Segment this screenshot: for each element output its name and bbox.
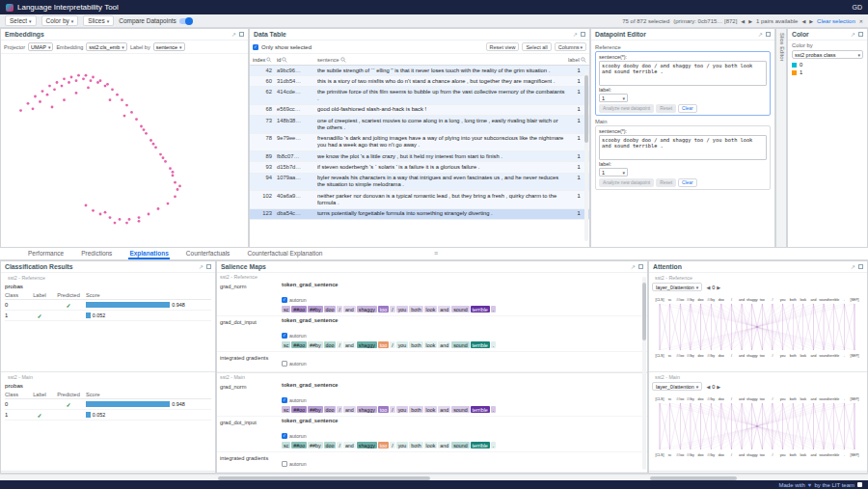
prev-head-icon[interactable]: ◀ — [706, 384, 710, 390]
reset-button[interactable]: Reset — [656, 104, 676, 113]
attention-layer-select[interactable]: layer_0/attention▾ — [652, 382, 702, 391]
popout-icon[interactable]: ↗ — [199, 263, 203, 270]
color-by-menu[interactable]: Color by▾ — [41, 15, 79, 26]
table-row[interactable]: 94 1079aa… byler reveals his characters … — [250, 174, 589, 191]
next-head-icon[interactable]: ▶ — [717, 384, 720, 390]
horizontal-scrollbar[interactable] — [0, 474, 868, 480]
table-row[interactable]: 78 9e79ee… fresnadillo 's dark and jolti… — [250, 134, 589, 151]
column-header-index[interactable]: index — [250, 55, 275, 64]
salience-token: sound — [451, 442, 469, 448]
attention-visualization[interactable]: [CLS][CLS]scsc##oo##oo##by##bydoodoo##by… — [652, 393, 862, 462]
tab-performance[interactable]: Performance — [27, 248, 65, 259]
column-header-id[interactable]: id — [275, 55, 315, 64]
scrollbar-thumb[interactable] — [218, 476, 430, 480]
analyze-new-datapoint-button[interactable]: Analyze new datapoint — [599, 178, 654, 187]
maximize-icon[interactable] — [206, 264, 211, 269]
tab-counterfactuals[interactable]: Counterfactuals — [185, 248, 231, 259]
tab-explanations[interactable]: Explanations — [128, 248, 169, 259]
tab-predictions[interactable]: Predictions — [80, 248, 113, 259]
table-row[interactable]: 89 fb8c07… we know the plot 's a little … — [250, 151, 589, 162]
select-all-button[interactable]: Select all — [522, 42, 551, 51]
drag-handle-icon[interactable]: ≡ — [434, 250, 438, 257]
table-row[interactable]: 42 a9bc96… the subtle strength of `` ell… — [250, 66, 589, 76]
slices-menu[interactable]: Slices▾ — [83, 15, 114, 26]
scrollbar-thumb[interactable] — [584, 75, 588, 143]
next-datapoint-icon[interactable]: ▶ — [748, 18, 752, 24]
next-pair-icon[interactable]: ▶ — [809, 18, 813, 24]
salience-token: too — [378, 442, 389, 448]
prev-pair-icon[interactable]: ◀ — [801, 18, 805, 24]
classification-section: sst2 - Main probas ClassLabelPredictedSc… — [1, 372, 215, 472]
analyze-new-datapoint-button[interactable]: Analyze new datapoint — [599, 104, 654, 113]
search-icon[interactable] — [266, 57, 272, 63]
table-row[interactable]: 123 dba54c… turns potentially forgettabl… — [250, 209, 589, 220]
popout-icon[interactable]: ↗ — [631, 263, 636, 270]
embedding-select[interactable]: sst2:cls_emb▾ — [86, 42, 127, 51]
probas-field-label: probas — [5, 283, 211, 289]
attention-layer-select[interactable]: layer_0/attention▾ — [652, 283, 702, 291]
clear-button[interactable]: Clear — [678, 104, 697, 113]
maximize-icon[interactable] — [858, 264, 863, 269]
tab-counterfactual-explanation[interactable]: Counterfactual Explanation — [246, 248, 323, 259]
select-menu[interactable]: Select▾ — [5, 15, 37, 26]
table-row[interactable]: 68 e569cc… good old-fashioned slash-and-… — [250, 105, 589, 116]
scrollbar-thumb[interactable] — [650, 476, 737, 480]
color-by-select[interactable]: sst2 probas class▾ — [792, 50, 863, 59]
table-row[interactable]: 93 d15b7d… if steven soderbergh 's ` sol… — [250, 162, 589, 173]
maximize-icon[interactable] — [766, 32, 771, 37]
svg-text:terrible: terrible — [828, 298, 839, 302]
autorun-checkbox[interactable]: ✓autorun — [282, 433, 307, 439]
autorun-checkbox[interactable]: ✓autorun — [282, 297, 307, 303]
maximize-icon[interactable] — [858, 32, 863, 37]
attention-head-index: 0 — [712, 285, 715, 290]
maximize-icon[interactable] — [638, 264, 643, 269]
salience-token: and — [343, 306, 356, 312]
autorun-checkbox[interactable]: autorun — [282, 461, 307, 467]
table-row[interactable]: 102 40a6a9… neither parker nor donovan i… — [250, 191, 589, 208]
user-avatar[interactable]: GD — [853, 4, 863, 11]
table-scrollbar[interactable] — [584, 69, 588, 241]
prev-head-icon[interactable]: ◀ — [706, 285, 710, 290]
autorun-checkbox[interactable]: autorun — [282, 361, 307, 367]
table-row[interactable]: 60 31db54… this is a story of two misfit… — [250, 76, 589, 87]
slice-editor-tab[interactable]: Slice Editor — [775, 28, 787, 248]
autorun-checkbox[interactable]: ✓autorun — [282, 333, 307, 339]
column-header-label[interactable]: label — [568, 55, 589, 64]
table-row[interactable]: 73 148b38… one of creepiest , scariest m… — [250, 116, 589, 133]
label-select[interactable]: 1▾ — [599, 94, 628, 102]
only-show-selected-label: Only show selected — [261, 44, 312, 50]
compare-datapoints-toggle[interactable] — [179, 18, 192, 24]
prev-datapoint-icon[interactable]: ◀ — [741, 18, 745, 24]
search-icon[interactable] — [581, 57, 586, 63]
embedding-scatterplot[interactable] — [2, 54, 247, 241]
column-header-sentence[interactable]: sentence — [315, 55, 568, 64]
scrollbar-thumb[interactable] — [642, 283, 646, 340]
chevron-down-icon: ▾ — [122, 44, 124, 50]
next-head-icon[interactable]: ▶ — [717, 285, 720, 290]
label-by-select[interactable]: sentence▾ — [153, 42, 185, 51]
maximize-icon[interactable] — [581, 32, 585, 37]
columns-button[interactable]: Columns▾ — [555, 42, 586, 51]
popout-icon[interactable]: ↗ — [758, 31, 763, 38]
clear-selection-button[interactable]: Clear selection — [817, 18, 855, 24]
reset-button[interactable]: Reset — [656, 178, 676, 187]
reset-view-button[interactable]: Reset view — [486, 42, 520, 51]
clear-selection-icon[interactable]: ✕ — [859, 18, 863, 24]
popout-icon[interactable]: ↗ — [851, 263, 855, 270]
only-show-selected-checkbox[interactable]: ✓ — [253, 44, 258, 50]
sentence-input[interactable]: scooby dooby doo / and shaggy too / you … — [599, 135, 767, 160]
salience-scrollbar[interactable] — [642, 277, 646, 470]
search-icon[interactable] — [282, 57, 287, 63]
table-row[interactable]: 62 414cde… the primitive force of this f… — [250, 87, 589, 104]
projector-select[interactable]: UMAP▾ — [28, 42, 53, 51]
popout-icon[interactable]: ↗ — [231, 31, 236, 38]
attention-visualization[interactable]: [CLS][CLS]scsc##oo##oo##by##bydoodoo##by… — [652, 293, 862, 363]
maximize-icon[interactable] — [239, 32, 244, 37]
search-icon[interactable] — [340, 57, 346, 63]
label-select[interactable]: 1▾ — [599, 168, 628, 177]
clear-button[interactable]: Clear — [678, 178, 697, 187]
autorun-checkbox[interactable]: ✓autorun — [282, 397, 307, 403]
popout-icon[interactable]: ↗ — [851, 31, 855, 38]
sentence-input[interactable]: scooby dooby doo / and shaggy too / you … — [599, 61, 767, 86]
popout-icon[interactable]: ↗ — [573, 31, 578, 38]
